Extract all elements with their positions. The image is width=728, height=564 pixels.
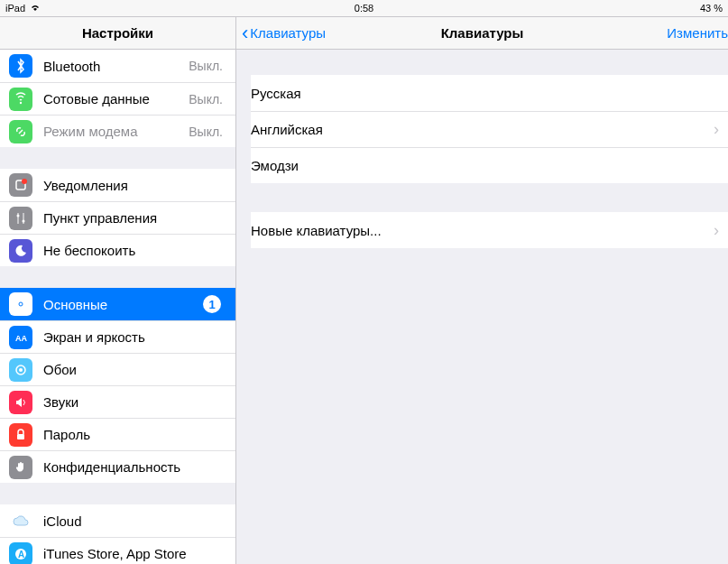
sidebar-item-passcode[interactable]: Пароль [0, 418, 235, 450]
chevron-left-icon: ‹ [242, 23, 248, 43]
settings-sidebar: Настройки BluetoothВыкл.Сотовые данныеВы… [0, 17, 236, 564]
keyboard-row-label: Русская [251, 86, 719, 101]
chevron-right-icon: › [714, 221, 719, 240]
sidebar-title: Настройки [0, 17, 235, 50]
notify-icon [9, 173, 32, 197]
svg-point-8 [19, 302, 23, 306]
keyboard-row[interactable]: Английская› [251, 111, 728, 147]
status-bar: iPad 0:58 43 % [0, 0, 728, 16]
gear-icon [9, 292, 32, 316]
keyboard-row[interactable]: Эмодзи [251, 147, 728, 183]
edit-button[interactable]: Изменить [667, 25, 728, 41]
sidebar-item-bluetooth[interactable]: BluetoothВыкл. [0, 50, 235, 82]
sidebar-item-label: Основные [43, 297, 203, 312]
wallpaper-icon [9, 358, 32, 382]
svg-text:AA: AA [15, 334, 27, 343]
sidebar-item-label: Режим модема [43, 124, 189, 139]
sidebar-item-dnd[interactable]: Не беспокоить [0, 234, 235, 266]
keyboard-row-label: Английская [251, 122, 714, 137]
bluetooth-icon [9, 54, 32, 78]
back-label: Клавиатуры [250, 25, 326, 41]
lock-icon [9, 423, 32, 447]
moon-icon [9, 239, 32, 263]
detail-header: ‹ Клавиатуры Клавиатуры Изменить [236, 17, 728, 50]
sidebar-item-hotspot[interactable]: Режим модемаВыкл. [0, 115, 235, 147]
appstore-icon: A [9, 542, 32, 565]
sidebar-item-label: Конфиденциальность [43, 459, 226, 475]
cellular-icon [9, 88, 32, 111]
sidebar-item-cellular[interactable]: Сотовые данныеВыкл. [0, 82, 235, 115]
sidebar-item-general[interactable]: Основные1 [0, 288, 235, 320]
keyboard-row-label: Новые клавиатуры... [251, 223, 714, 238]
sidebar-item-value: Выкл. [189, 92, 226, 106]
svg-point-2 [22, 179, 27, 184]
sidebar-item-privacy[interactable]: Конфиденциальность [0, 450, 235, 483]
sidebar-item-value: Выкл. [189, 59, 226, 73]
keyboard-row[interactable]: Русская [251, 75, 728, 111]
sidebar-item-appstore[interactable]: AiTunes Store, App Store [0, 537, 235, 564]
battery-label: 43 % [700, 3, 723, 14]
sidebar-item-label: iTunes Store, App Store [43, 546, 226, 561]
display-icon: AA [9, 326, 32, 349]
sidebar-item-notifications[interactable]: Уведомления [0, 169, 235, 201]
sound-icon [9, 391, 32, 414]
detail-pane: ‹ Клавиатуры Клавиатуры Изменить Русская… [236, 17, 728, 564]
svg-point-0 [20, 101, 22, 103]
badge: 1 [203, 295, 221, 313]
link-icon [9, 120, 32, 143]
sidebar-item-sounds[interactable]: Звуки [0, 385, 235, 418]
sidebar-item-wallpaper[interactable]: Обои [0, 353, 235, 385]
sidebar-item-icloud[interactable]: iCloud [0, 504, 235, 537]
sidebar-item-label: iCloud [43, 513, 226, 529]
back-button[interactable]: ‹ Клавиатуры [236, 23, 326, 43]
sidebar-item-label: Пароль [43, 427, 226, 442]
svg-text:A: A [18, 550, 24, 559]
clock: 0:58 [0, 3, 728, 14]
sidebar-item-label: Экран и яркость [43, 329, 226, 345]
chevron-right-icon: › [714, 120, 719, 139]
sidebar-item-label: Обои [43, 362, 226, 377]
sidebar-item-display[interactable]: AAЭкран и яркость [0, 320, 235, 353]
keyboard-row[interactable]: Новые клавиатуры...› [251, 212, 728, 248]
svg-point-11 [19, 368, 23, 372]
svg-rect-12 [17, 434, 24, 439]
sidebar-item-label: Сотовые данные [43, 91, 189, 106]
control-icon [9, 207, 32, 230]
sidebar-item-control-center[interactable]: Пункт управления [0, 201, 235, 234]
sidebar-item-label: Уведомления [43, 178, 226, 193]
sidebar-item-label: Не беспокоить [43, 243, 226, 258]
sidebar-item-label: Звуки [43, 394, 226, 410]
device-label: iPad [5, 3, 25, 14]
hand-icon [9, 456, 32, 479]
sidebar-item-label: Пункт управления [43, 210, 226, 226]
keyboard-row-label: Эмодзи [251, 158, 719, 173]
sidebar-item-value: Выкл. [189, 125, 226, 139]
sidebar-item-label: Bluetooth [43, 59, 189, 74]
wifi-icon [30, 3, 41, 14]
cloud-icon [9, 509, 32, 532]
